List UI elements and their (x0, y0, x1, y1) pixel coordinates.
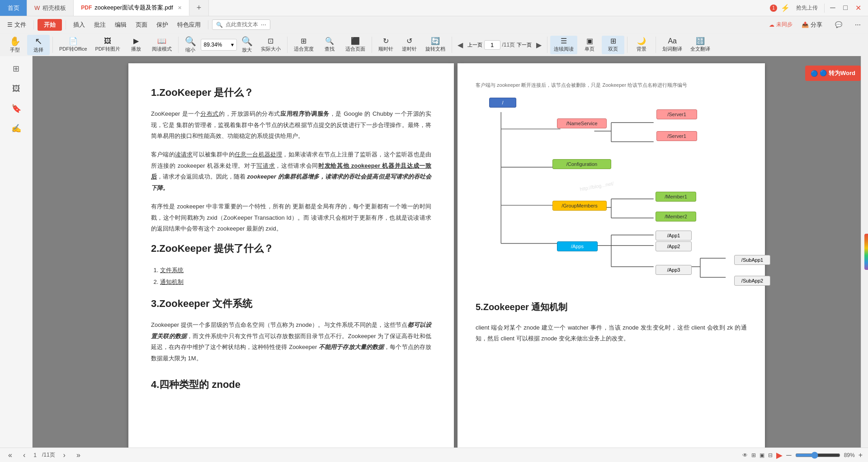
page-number-input[interactable] (484, 40, 500, 50)
play-bottom-btn[interactable]: ▶ (776, 450, 783, 460)
last-page-btn[interactable]: » (74, 450, 83, 460)
select-tool[interactable]: ↖ 选择 (27, 35, 50, 55)
toolbar-row1: ☰ 文件 开始 插入 批注 编辑 页面 保护 特色应用 🔍 点此查找文本 ⋯ ☁… (0, 16, 868, 33)
continuous-read-tool[interactable]: ☰ 连续阅读 (550, 36, 577, 54)
prev-page-bottom-btn[interactable]: ‹ (20, 450, 28, 460)
zoomout-icon: 🔍 (185, 37, 196, 46)
more-btn[interactable]: ⋯ (851, 19, 864, 30)
pdf2office-label: PDF转Office (59, 46, 87, 52)
hand-tool[interactable]: ✋ 手型 (4, 35, 26, 55)
zoom-plus-btn[interactable]: + (859, 451, 863, 459)
page1-para4: Zookeeper 提供一个多层级的节点命名空间（节点称为 znode）。与文件… (151, 320, 431, 364)
actual-size-tool[interactable]: ⊡ 实际大小 (257, 36, 284, 54)
minimize-btn[interactable]: ─ (828, 4, 837, 12)
single-page-tool[interactable]: ▣ 单页 (578, 36, 601, 54)
pdf2img-tool[interactable]: 🖼 PDF转图片 (92, 36, 124, 54)
prev-page-btn[interactable]: ◀ (455, 40, 466, 50)
wps-icon: W (34, 5, 40, 11)
tab-template[interactable]: W 稻壳模板 (27, 0, 74, 16)
bottom-bar: « ‹ 1 /11页 › » 👁 ⊞ ▣ ⊟ ▶ ─ 89% + (0, 448, 868, 462)
annotation-panel-btn[interactable]: ✍ (6, 119, 26, 137)
select-label: 选择 (33, 47, 43, 53)
menu-annotate[interactable]: 批注 (90, 19, 109, 31)
upload-btn[interactable]: 抢先上传 (793, 3, 821, 13)
sync-btn[interactable]: ☁ 未同步 (769, 21, 793, 28)
znode-tree: / /NameService /Server1 /Server1 /Config… (476, 93, 747, 292)
menu-insert[interactable]: 插入 (70, 19, 89, 31)
bottom-page-num: 1 (33, 452, 37, 458)
page1-para1: ZooKeeper 是一个分布式的，开放源码的分布式应用程序协调服务，是 Goo… (151, 108, 431, 142)
view-btn-3[interactable]: ⊟ (768, 452, 773, 458)
zoomout-tool[interactable]: 🔍 缩小 (181, 35, 200, 55)
titlebar: 首页 W 稻壳模板 PDF zookeeper面试专题及答案.pdf ✕ + 1… (0, 0, 868, 16)
rotate-doc-tool[interactable]: 🔄 旋转文档 (422, 36, 449, 54)
double-page-tool[interactable]: ⊞ 双页 (602, 36, 624, 54)
convert-to-word-btn[interactable]: 🔵 🔵 转为Word (805, 66, 861, 81)
zoom-input-box[interactable]: 89.34% ▾ (201, 39, 237, 51)
share-btn[interactable]: 📤 分享 (798, 19, 826, 31)
template-tab-label: 稻壳模板 (42, 4, 66, 12)
fit-width-tool[interactable]: ⊞ 适合宽度 (290, 36, 317, 54)
find-tool[interactable]: 🔍 查找 (318, 36, 341, 54)
maximize-btn[interactable]: □ (841, 4, 850, 12)
node-app1: /App1 (656, 231, 692, 240)
menu-page[interactable]: 页面 (132, 19, 151, 31)
read-tool[interactable]: 📖 阅读模式 (148, 36, 175, 54)
tab-pdf[interactable]: PDF zookeeper面试专题及答案.pdf ✕ (74, 0, 189, 16)
zoom-slider[interactable] (795, 452, 840, 459)
page1-para3: 有序性是 zookeeper 中非常重要的一个特性，所有的 更新都是全局有序的，… (151, 201, 431, 235)
node-server1-2: /Server1 (656, 131, 697, 141)
fit-page-label: 适合页面 (345, 46, 365, 52)
para1-service: 应用程序协调服务 (280, 110, 330, 117)
menu-protect[interactable]: 保护 (153, 19, 172, 31)
view-btn-1[interactable]: ⊞ (751, 452, 756, 458)
menu-file[interactable]: ☰ 文件 (4, 19, 30, 31)
cloud-icon: ☁ (769, 22, 774, 28)
convert-label: 🔵 转为Word (820, 69, 855, 77)
pdf2office-icon: 📄 (69, 38, 78, 45)
view-btn-2[interactable]: ▣ (760, 452, 764, 458)
fit-page-tool[interactable]: ⬛ 适合页面 (342, 36, 369, 54)
para2-t3: 可以被集群中的 (193, 151, 234, 158)
full-translate-tool[interactable]: 🔠 全文翻译 (687, 36, 714, 54)
para4-t1: Zookeeper 提供一个多层级的节点命名空间（节点称为 znode）。与文件… (151, 321, 407, 328)
image-panel-btn[interactable]: 🖼 (6, 80, 26, 98)
tab-home[interactable]: 首页 (0, 0, 27, 16)
node-app2: /App2 (656, 241, 692, 251)
zoomin-icon: 🔍 (241, 37, 253, 46)
search-bar[interactable]: 🔍 点此查找文本 ⋯ (212, 19, 270, 30)
open-button[interactable]: 开始 (38, 19, 62, 31)
close-btn[interactable]: ✕ (854, 4, 863, 12)
comment-btn[interactable]: 💬 (831, 19, 846, 30)
left-sidebar: ⊞ 🖼 🔖 ✍ (0, 56, 33, 448)
read-icon: 📖 (157, 38, 166, 45)
clockwise-tool[interactable]: ↻ 顺时针 (375, 36, 397, 54)
next-page-bottom-btn[interactable]: › (61, 450, 68, 460)
zoom-minus-btn[interactable]: ─ (786, 451, 791, 459)
bookmark-panel-btn[interactable]: 🔖 (6, 99, 26, 118)
pdf-icon: PDF (81, 5, 92, 11)
word-translate-tool[interactable]: Aa 划词翻译 (659, 36, 686, 54)
node-subapp2: /SubApp2 (734, 276, 770, 286)
tab-close-icon[interactable]: ✕ (178, 5, 182, 11)
para1-text3: 的，开放源码的分布式 (219, 110, 280, 117)
para2-t7: ，这些请求会同 (275, 162, 318, 169)
zoomin-tool[interactable]: 🔍 放大 (238, 35, 256, 55)
next-page-btn[interactable]: ▶ (533, 40, 544, 50)
zoomout-label: 缩小 (185, 47, 195, 53)
zoom-dropdown-icon[interactable]: ▾ (231, 42, 234, 48)
pdf2office-tool[interactable]: 📄 PDF转Office (56, 36, 91, 54)
para2-any: 任意一台机器处理 (235, 151, 283, 158)
anticlock-tool[interactable]: ↺ 逆时针 (398, 36, 421, 54)
continuous-label: 连续阅读 (554, 46, 574, 52)
menu-edit[interactable]: 编辑 (111, 19, 130, 31)
background-tool[interactable]: 🌙 背景 (630, 36, 653, 54)
menu-special[interactable]: 特色应用 (174, 19, 204, 31)
tab-add[interactable]: + (189, 0, 209, 16)
thumbnail-panel-btn[interactable]: ⊞ (6, 60, 26, 78)
pdf-viewer[interactable]: 1.ZooKeeper 是什么？ ZooKeeper 是一个分布式的，开放源码的… (33, 56, 861, 448)
first-page-btn[interactable]: « (5, 450, 15, 460)
titlebar-right: 1 ⚡ 抢先上传 ─ □ ✕ (770, 3, 868, 13)
node-member1: /Member1 (656, 192, 696, 202)
play-tool[interactable]: ▶ 播放 (125, 36, 147, 54)
